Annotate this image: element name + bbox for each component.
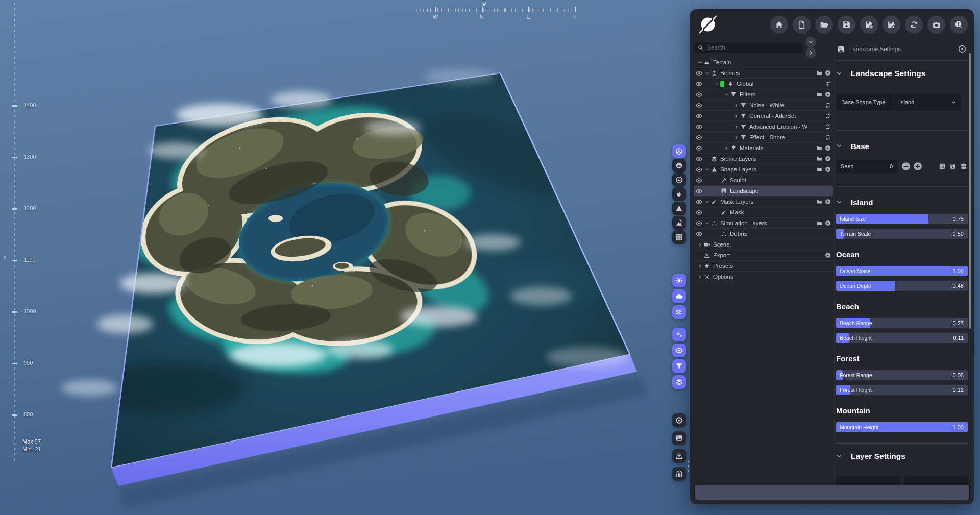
- eye-icon[interactable]: [694, 134, 703, 141]
- chevron-down-icon[interactable]: [836, 143, 842, 149]
- chevron-down-icon[interactable]: [696, 60, 703, 65]
- terrain-view-mode[interactable]: [672, 144, 686, 158]
- tree-item-landscape[interactable]: Landscape: [694, 186, 833, 197]
- quick-export-button[interactable]: [672, 449, 686, 463]
- save-as-button[interactable]: [860, 16, 878, 34]
- eye-icon[interactable]: [694, 102, 703, 109]
- tree-item-mask-layers[interactable]: Mask Layers: [694, 197, 833, 207]
- shape-view-mode[interactable]: [672, 173, 686, 187]
- section-base[interactable]: Base: [836, 141, 968, 151]
- expand-button[interactable]: [805, 47, 816, 58]
- preset-library-button[interactable]: [960, 163, 967, 170]
- chevron-right-icon[interactable]: [732, 114, 740, 118]
- add-button[interactable]: [825, 252, 831, 258]
- chevron-down-icon[interactable]: [703, 200, 710, 204]
- auto-update-toggle[interactable]: [672, 328, 686, 341]
- slider-terrain-scale[interactable]: Terrain Scale 0.50: [836, 229, 968, 239]
- chevron-down-icon[interactable]: [836, 70, 842, 77]
- clouds-toggle[interactable]: [672, 289, 686, 303]
- chevron-down-icon[interactable]: [703, 167, 710, 172]
- seed-decrement-button[interactable]: [901, 162, 911, 171]
- tree-item-biome-layers[interactable]: Biome Layers: [694, 154, 833, 164]
- eye-icon[interactable]: [694, 113, 703, 119]
- tree-item-shape-layers[interactable]: Shape Layers: [694, 164, 833, 175]
- add-button[interactable]: [825, 70, 831, 76]
- eye-icon[interactable]: [694, 70, 703, 77]
- heatmap-view-mode[interactable]: [672, 187, 686, 201]
- seed-input[interactable]: Seed 0: [836, 160, 897, 173]
- pin-panel-icon[interactable]: [958, 44, 967, 54]
- eye-icon[interactable]: [694, 199, 703, 205]
- add-button[interactable]: [825, 145, 831, 151]
- tree-item-advanced-erosion-w[interactable]: Advanced Erosion - W: [694, 121, 833, 132]
- chevron-down-icon[interactable]: [703, 221, 710, 226]
- slider-beach-range[interactable]: Beach Range 0.27: [836, 318, 968, 328]
- lighting-toggle[interactable]: [672, 274, 686, 287]
- tree-item-global[interactable]: Global: [694, 79, 833, 89]
- add-button[interactable]: [825, 166, 831, 173]
- filters-toggle[interactable]: [672, 359, 686, 373]
- chevron-right-icon[interactable]: [732, 125, 740, 129]
- folder-button[interactable]: [816, 220, 822, 226]
- grid-view-mode[interactable]: [672, 230, 686, 244]
- eye-icon[interactable]: [694, 177, 703, 184]
- eye-icon[interactable]: [694, 156, 703, 162]
- tree-item-materials[interactable]: Materials: [694, 143, 833, 154]
- tree-item-export[interactable]: Export: [694, 250, 833, 261]
- eye-icon[interactable]: [694, 166, 703, 173]
- slider-forest-range[interactable]: Forest Range 0.05: [836, 370, 968, 380]
- refresh-button[interactable]: [825, 124, 831, 130]
- chevron-down-icon[interactable]: [703, 71, 710, 76]
- open-file-button[interactable]: [815, 16, 833, 34]
- refresh-button[interactable]: [825, 102, 831, 108]
- eye-icon[interactable]: [694, 81, 703, 87]
- stats-button[interactable]: [672, 467, 686, 481]
- section-island[interactable]: Island: [836, 197, 968, 207]
- refresh-button[interactable]: [825, 113, 831, 119]
- panel-drag-handle[interactable]: [688, 461, 690, 475]
- chevron-right-icon[interactable]: [696, 264, 703, 268]
- eye-icon[interactable]: [694, 188, 703, 194]
- slider-ocean-noise[interactable]: Ocean Noise 1.00: [836, 266, 968, 276]
- save-preset-button[interactable]: [949, 163, 957, 170]
- mountain-view-mode[interactable]: [672, 202, 686, 215]
- search-input[interactable]: [694, 42, 802, 53]
- visibility-toggle[interactable]: [672, 344, 686, 357]
- chevron-right-icon[interactable]: [696, 275, 703, 279]
- eye-icon[interactable]: [694, 231, 703, 237]
- save-edit-button[interactable]: [883, 16, 900, 34]
- chevron-right-icon[interactable]: [696, 242, 703, 247]
- settings-scrollbar[interactable]: [969, 53, 971, 329]
- search-field[interactable]: [706, 44, 785, 51]
- record-button[interactable]: [672, 413, 686, 427]
- slider-beach-height[interactable]: Beach Height 0.11: [836, 333, 968, 343]
- tree-item-presets[interactable]: Presets: [694, 261, 833, 272]
- base-shape-type-select[interactable]: Island: [895, 93, 961, 111]
- tree-item-mask[interactable]: Mask: [694, 207, 833, 218]
- folder-button[interactable]: [816, 145, 822, 151]
- layers-toggle[interactable]: [672, 375, 686, 389]
- color-swatch[interactable]: [720, 81, 724, 87]
- folder-button[interactable]: [816, 156, 822, 162]
- chevron-right-icon[interactable]: [723, 146, 730, 151]
- tree-item-terrain[interactable]: Terrain: [694, 57, 833, 68]
- biome-view-mode[interactable]: [672, 159, 686, 173]
- slider-ocean-depth[interactable]: Ocean Depth 0.48: [836, 281, 968, 291]
- collapse-all-button[interactable]: [805, 37, 816, 47]
- help-button[interactable]: ?: [950, 16, 968, 34]
- seed-increment-button[interactable]: [913, 162, 922, 171]
- slider-island-size[interactable]: Island Size 0.75: [836, 214, 968, 224]
- add-button[interactable]: [825, 156, 831, 162]
- chevron-right-icon[interactable]: [732, 103, 740, 108]
- randomize-seed-button[interactable]: [939, 163, 946, 170]
- debris-view-mode[interactable]: [672, 216, 686, 230]
- chevron-down-icon[interactable]: [836, 199, 842, 205]
- slider-mountain-height[interactable]: Mountain Height 1.00: [836, 422, 968, 432]
- tree-item-general-add-set[interactable]: General - Add/Set: [694, 111, 833, 121]
- tree-item-filters[interactable]: Filters: [694, 89, 833, 100]
- add-layer-button[interactable]: [825, 81, 831, 87]
- chevron-down-icon[interactable]: [723, 92, 730, 97]
- add-button[interactable]: [825, 91, 831, 97]
- snapshot-button[interactable]: [672, 431, 686, 445]
- section-layer-settings[interactable]: Layer Settings: [836, 451, 968, 462]
